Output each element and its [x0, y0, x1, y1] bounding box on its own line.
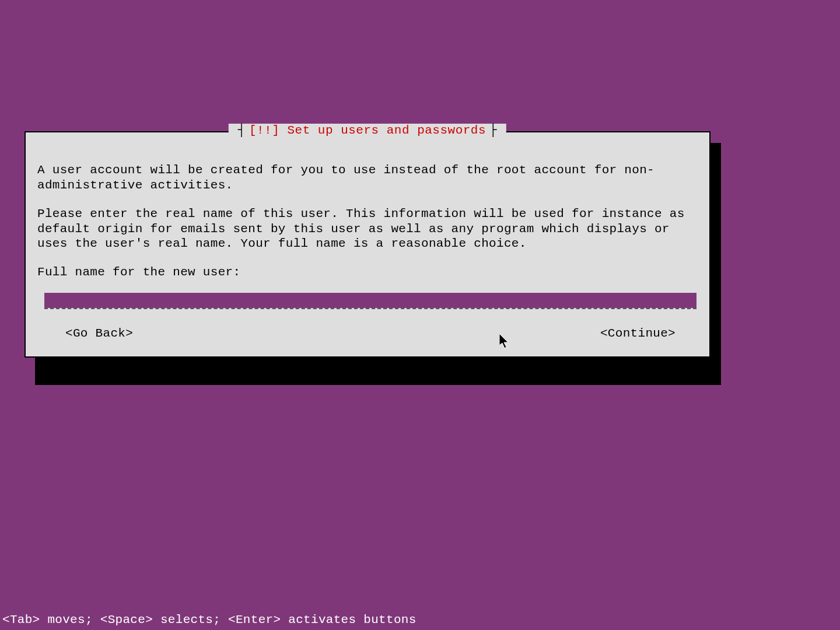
- dialog-title: ┤[!!] Set up users and passwords├: [229, 124, 506, 137]
- intro-paragraph-2: Please enter the real name of this user.…: [37, 206, 698, 251]
- dialog-content: A user account will be created for you t…: [26, 132, 709, 356]
- help-bar: <Tab> moves; <Space> selects; <Enter> ac…: [2, 613, 416, 626]
- continue-button[interactable]: <Continue>: [600, 327, 676, 340]
- fullname-input[interactable]: [44, 293, 696, 308]
- installer-dialog: ┤[!!] Set up users and passwords├ A user…: [24, 131, 710, 358]
- dialog-button-row: <Go Back> <Continue>: [37, 327, 698, 340]
- fullname-label: Full name for the new user:: [37, 265, 698, 279]
- intro-paragraph-1: A user account will be created for you t…: [37, 163, 698, 192]
- fullname-input-wrap: [44, 293, 696, 309]
- go-back-button[interactable]: <Go Back>: [65, 327, 133, 340]
